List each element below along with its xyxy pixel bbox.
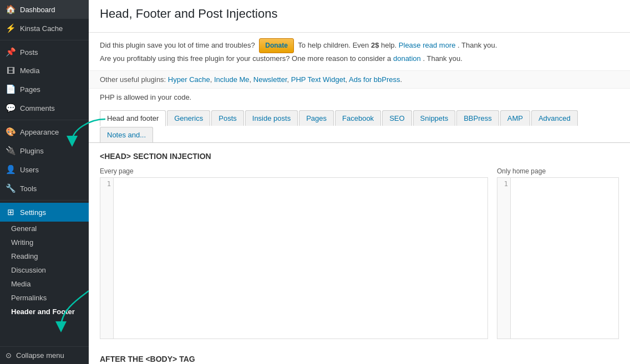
tab-notes[interactable]: Notes and... [100, 127, 153, 142]
plugins-icon: 🔌 [6, 146, 16, 156]
section-head-title: <HEAD> SECTION INJECTION [100, 152, 619, 161]
sidebar-item-appearance[interactable]: 🎨 Appearance [0, 122, 89, 141]
notice-text-4: . Thank you. [458, 41, 497, 49]
notice-text-2: To help children. Even [298, 41, 369, 49]
sidebar-item-settings[interactable]: ⊞ Settings [0, 203, 89, 222]
collapse-icon: ⊙ [6, 351, 12, 360]
sidebar-item-label: Kinsta Cache [20, 24, 63, 33]
dashboard-icon: 🏠 [6, 4, 16, 14]
sidebar-item-dashboard[interactable]: 🏠 Dashboard [0, 0, 89, 19]
sidebar: 🏠 Dashboard ⚡ Kinsta Cache 📌 Posts 🎞 Med… [0, 0, 89, 364]
notice-bold-amount: 2$ [371, 41, 379, 49]
sidebar-item-kinsta-cache[interactable]: ⚡ Kinsta Cache [0, 19, 89, 38]
tab-seo[interactable]: SEO [382, 110, 411, 126]
line-num-1: 1 [103, 180, 111, 188]
sidebar-item-label: Comments [20, 104, 55, 112]
sidebar-item-label: Tools [20, 184, 37, 193]
sidebar-sub-discussion[interactable]: Discussion [0, 263, 89, 277]
users-icon: 👤 [6, 165, 16, 175]
sidebar-item-posts[interactable]: 📌 Posts [0, 43, 89, 61]
plugin-link-php-text-widget[interactable]: PHP Text Widget [291, 75, 346, 84]
donation-link[interactable]: donation [393, 54, 421, 63]
useful-plugins-bar: Other useful plugins: Hyper Cache, Inclu… [89, 70, 630, 89]
sidebar-item-pages[interactable]: 📄 Pages [0, 80, 89, 99]
tab-amp[interactable]: AMP [500, 110, 530, 126]
sidebar-item-label: Settings [20, 208, 46, 217]
sidebar-sub-writing[interactable]: Writing [0, 235, 89, 249]
plugin-link-ads-bbpress[interactable]: Ads for bbPress [349, 75, 400, 84]
comments-icon: 💬 [6, 103, 16, 113]
plugin-link-include-me[interactable]: Include Me [214, 75, 250, 84]
php-allowed-notice: PHP is allowed in your code. [89, 89, 630, 106]
sidebar-item-media[interactable]: 🎞 Media [0, 61, 89, 80]
page-header: Head, Footer and Post Injections [89, 0, 630, 33]
sidebar-sub-reading[interactable]: Reading [0, 249, 89, 263]
sidebar-item-label: Plugins [20, 147, 44, 155]
every-page-line-numbers: 1 [100, 178, 114, 339]
only-home-group: Only home page 1 [497, 167, 619, 339]
sidebar-sub-permalinks[interactable]: Permalinks [0, 291, 89, 305]
page-title: Head, Footer and Post Injections [100, 7, 619, 21]
sidebar-item-comments[interactable]: 💬 Comments [0, 99, 89, 117]
notice-text-1: Did this plugin save you lot of time and… [100, 41, 255, 49]
pages-icon: 📄 [6, 84, 16, 94]
media-icon: 🎞 [6, 66, 16, 75]
tabs-bar: Head and footer Generics Posts Inside po… [89, 106, 630, 143]
plugin-link-hyper-cache[interactable]: Hyper Cache [168, 75, 210, 84]
after-body-title: AFTER THE <BODY> TAG [100, 350, 619, 363]
tab-pages[interactable]: Pages [299, 110, 334, 126]
sidebar-divider-3 [0, 200, 89, 201]
sidebar-item-label: Appearance [20, 128, 59, 136]
tab-advanced[interactable]: Advanced [531, 110, 578, 126]
useful-plugins-label: Other useful plugins: [100, 75, 166, 84]
donate-button[interactable]: Donate [259, 38, 294, 53]
donation-notice: Did this plugin save you lot of time and… [89, 33, 630, 70]
tools-icon: 🔧 [6, 183, 16, 193]
tab-inside-posts[interactable]: Inside posts [245, 110, 298, 126]
main-content: Head, Footer and Post Injections Did thi… [89, 0, 630, 364]
tab-bbpress[interactable]: BBPress [456, 110, 499, 126]
only-home-line-numbers: 1 [497, 178, 511, 339]
sidebar-item-plugins[interactable]: 🔌 Plugins [0, 141, 89, 160]
line-num-home-1: 1 [500, 180, 508, 188]
sidebar-item-label: Users [20, 166, 39, 174]
every-page-group: Every page 1 [100, 167, 488, 339]
tab-generics[interactable]: Generics [167, 110, 210, 126]
please-read-more-link[interactable]: Please read more [399, 41, 456, 49]
kinsta-icon: ⚡ [6, 23, 16, 33]
tab-facebook[interactable]: Facebook [335, 110, 381, 126]
sidebar-sub-media[interactable]: Media [0, 277, 89, 291]
notice-line2-end: . Thank you. [423, 54, 462, 63]
every-page-label: Every page [100, 167, 488, 175]
tab-content: <HEAD> SECTION INJECTION Every page 1 On… [89, 143, 630, 364]
only-home-textarea-container: 1 [497, 177, 619, 339]
sidebar-item-label: Pages [20, 85, 40, 94]
only-home-textarea[interactable] [511, 178, 618, 339]
sidebar-item-label: Dashboard [20, 6, 55, 14]
notice-text-3: help. [381, 41, 397, 49]
settings-icon: ⊞ [6, 207, 16, 217]
sidebar-sub-general[interactable]: General [0, 222, 89, 235]
posts-icon: 📌 [6, 47, 16, 57]
tab-snippets[interactable]: Snippets [413, 110, 456, 126]
head-injection-row: Every page 1 Only home page 1 [100, 167, 619, 339]
sidebar-divider-2 [0, 120, 89, 120]
notice-line2: Are you profitably using this free plugi… [100, 54, 391, 63]
only-home-label: Only home page [497, 167, 619, 175]
sidebar-item-tools[interactable]: 🔧 Tools [0, 179, 89, 198]
tab-head-footer[interactable]: Head and footer [100, 110, 166, 126]
sidebar-item-label: Posts [20, 48, 38, 57]
every-page-textarea-container: 1 [100, 177, 488, 339]
sidebar-sub-header-footer[interactable]: Header and Footer [0, 305, 89, 319]
plugin-link-newsletter[interactable]: Newsletter [253, 75, 287, 84]
sidebar-item-users[interactable]: 👤 Users [0, 160, 89, 179]
collapse-menu-button[interactable]: ⊙ Collapse menu [0, 346, 89, 364]
every-page-textarea[interactable] [114, 178, 487, 339]
tab-posts[interactable]: Posts [211, 110, 244, 126]
appearance-icon: 🎨 [6, 127, 16, 137]
sidebar-item-label: Media [20, 66, 39, 75]
sidebar-divider-1 [0, 40, 89, 40]
